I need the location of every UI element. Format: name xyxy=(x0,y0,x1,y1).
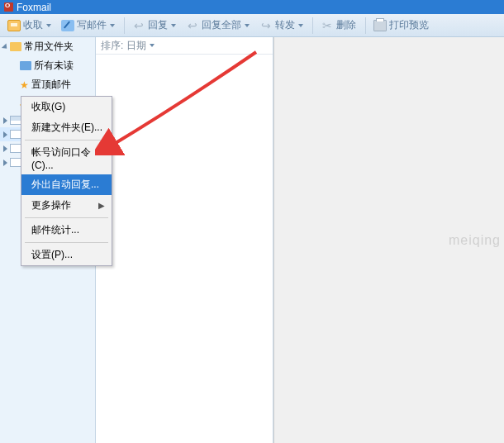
app-icon xyxy=(4,2,13,12)
folder-pinned[interactable]: ★ 置顶邮件 xyxy=(0,75,95,94)
receive-label: 收取 xyxy=(23,18,43,32)
expand-icon xyxy=(3,145,7,152)
pencil-icon xyxy=(61,20,74,31)
ctx-mail-stats[interactable]: 邮件统计... xyxy=(21,220,112,241)
page-icon xyxy=(10,158,21,167)
watermark-text: meiqing xyxy=(449,233,504,248)
expand-icon xyxy=(3,131,7,138)
ctx-auto-reply[interactable]: 外出自动回复... xyxy=(21,174,112,195)
message-list-pane: 排序: 日期 xyxy=(96,37,273,443)
receive-button[interactable]: 收取 xyxy=(3,17,55,34)
chevron-down-icon xyxy=(298,24,303,27)
printpreview-label: 打印预览 xyxy=(389,18,429,32)
ctx-more-actions[interactable]: 更多操作 ▶ xyxy=(21,195,112,216)
ctx-label: 外出自动回复... xyxy=(31,178,99,192)
ctx-account-password[interactable]: 帐号访问口令(C)... xyxy=(21,142,112,174)
ctx-receive[interactable]: 收取(G) xyxy=(21,97,112,117)
ctx-settings[interactable]: 设置(P)... xyxy=(21,245,112,265)
delete-label: 删除 xyxy=(336,18,356,32)
main-toolbar: 收取 写邮件 ↩ 回复 ↩ 回复全部 ↪ 转发 ✂ 删除 打印预览 xyxy=(0,14,504,37)
forward-label: 转发 xyxy=(275,18,295,32)
list-sort-header[interactable]: 排序: 日期 xyxy=(96,37,273,55)
reply-arrow-icon: ↩ xyxy=(132,20,145,31)
folder-root[interactable]: 常用文件夹 xyxy=(0,37,95,56)
folder-icon xyxy=(20,61,31,70)
ctx-label: 收取(G) xyxy=(31,100,65,114)
ctx-label: 新建文件夹(E)... xyxy=(31,121,102,135)
reply-button[interactable]: ↩ 回复 xyxy=(128,17,180,34)
collapse-icon xyxy=(2,43,9,50)
submenu-arrow-icon: ▶ xyxy=(98,201,105,210)
separator xyxy=(25,217,108,218)
account-context-menu: 收取(G) 新建文件夹(E)... 帐号访问口令(C)... 外出自动回复...… xyxy=(21,96,112,266)
page-icon xyxy=(10,144,21,153)
ctx-label: 帐号访问口令(C)... xyxy=(31,145,105,171)
ctx-label: 设置(P)... xyxy=(31,248,73,262)
replyall-label: 回复全部 xyxy=(202,18,241,32)
mailbox-icon xyxy=(10,116,21,125)
scissors-icon: ✂ xyxy=(321,20,334,31)
folder-root-label: 常用文件夹 xyxy=(24,40,74,54)
chevron-down-icon xyxy=(110,24,115,27)
reply-all-icon: ↩ xyxy=(186,20,199,31)
expand-icon xyxy=(3,117,7,124)
ctx-new-folder[interactable]: 新建文件夹(E)... xyxy=(21,117,112,138)
reply-label: 回复 xyxy=(148,18,168,32)
page-icon xyxy=(10,130,21,139)
folder-unread-label: 所有未读 xyxy=(34,59,74,73)
printpreview-button[interactable]: 打印预览 xyxy=(369,17,433,34)
chevron-down-icon xyxy=(46,24,51,27)
printer-icon xyxy=(373,20,387,31)
separator xyxy=(365,17,366,34)
separator xyxy=(25,242,108,243)
forward-button[interactable]: ↪ 转发 xyxy=(255,17,307,34)
chevron-down-icon xyxy=(171,24,176,27)
envelope-icon xyxy=(7,20,21,31)
expand-icon xyxy=(3,160,7,166)
ctx-label: 邮件统计... xyxy=(31,223,79,237)
separator xyxy=(312,17,313,34)
write-button[interactable]: 写邮件 xyxy=(57,17,119,34)
folder-unread[interactable]: 所有未读 xyxy=(0,56,95,75)
chevron-down-icon xyxy=(150,44,155,47)
title-bar: Foxmail xyxy=(0,0,504,14)
sort-label: 排序: 日期 xyxy=(101,39,146,53)
folder-icon xyxy=(10,42,21,51)
ctx-label: 更多操作 xyxy=(31,198,71,212)
folder-pinned-label: 置顶邮件 xyxy=(31,78,71,92)
separator xyxy=(124,17,125,34)
delete-button[interactable]: ✂ 删除 xyxy=(316,17,360,34)
write-label: 写邮件 xyxy=(77,18,107,32)
preview-pane: meiqing xyxy=(273,37,504,443)
replyall-button[interactable]: ↩ 回复全部 xyxy=(182,17,254,34)
separator xyxy=(25,140,108,141)
star-icon: ★ xyxy=(20,79,29,91)
forward-arrow-icon: ↪ xyxy=(259,20,273,31)
app-title: Foxmail xyxy=(17,2,51,13)
chevron-down-icon xyxy=(245,24,250,27)
